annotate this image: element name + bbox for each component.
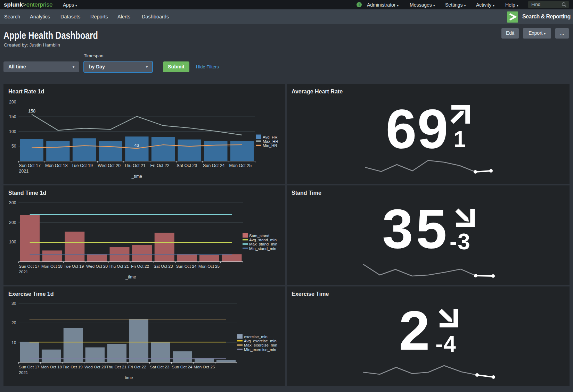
svg-text:100: 100 [9,129,16,134]
svg-text:Tue Oct 19: Tue Oct 19 [72,163,93,168]
svg-text:Wed Oct 20: Wed Oct 20 [84,365,106,369]
svg-text:_time: _time [131,174,142,179]
svg-text:2021: 2021 [19,269,28,274]
svg-text:Fri Oct 22: Fri Oct 22 [128,365,146,369]
svg-text:Sun Oct 24: Sun Oct 24 [172,365,192,369]
svg-text:Sat Oct 23: Sat Oct 23 [150,365,170,369]
svg-text:2021: 2021 [19,169,28,174]
svg-text:Sun Oct 17: Sun Oct 17 [19,264,39,269]
svg-text:43: 43 [134,143,139,148]
svg-text:Tue Oct 19: Tue Oct 19 [64,264,84,269]
svg-text:Min_stand_min: Min_stand_min [249,247,276,251]
svg-text:Fri Oct 22: Fri Oct 22 [150,163,170,168]
svg-text:300: 300 [9,200,16,205]
svg-text:Thu Oct 21: Thu Oct 21 [124,163,146,168]
svg-text:_time: _time [125,275,136,280]
svg-text:150: 150 [9,114,16,119]
svg-text:Tue Oct 19: Tue Oct 19 [63,365,83,369]
svg-text:158: 158 [28,109,35,114]
svg-text:Min_HR: Min_HR [263,143,277,148]
svg-text:Sum_stand: Sum_stand [249,234,269,238]
svg-text:Sun Oct 17: Sun Oct 17 [19,365,39,369]
svg-text:Thu Oct 21: Thu Oct 21 [109,264,129,269]
svg-text:200: 200 [9,220,16,225]
svg-text:Sat Oct 23: Sat Oct 23 [177,163,197,168]
svg-text:Wed Oct 20: Wed Oct 20 [86,264,108,269]
svg-text:Max_stand_min: Max_stand_min [249,242,277,246]
svg-text:Mon Oct 18: Mon Oct 18 [45,163,68,168]
svg-text:Mon Oct 25: Mon Oct 25 [229,163,252,168]
svg-text:Min_exercise_min: Min_exercise_min [244,348,276,352]
svg-text:10: 10 [11,340,16,345]
svg-text:Sat Oct 23: Sat Oct 23 [154,264,173,269]
svg-text:Mon Oct 25: Mon Oct 25 [194,365,215,369]
svg-text:20: 20 [11,320,16,325]
svg-text:2021: 2021 [19,370,28,375]
svg-text:Fri Oct 22: Fri Oct 22 [131,264,149,269]
svg-text:200: 200 [9,100,16,105]
svg-text:Avg_exercise_min: Avg_exercise_min [244,339,277,343]
svg-text:30: 30 [11,301,16,306]
svg-text:Avg_HR: Avg_HR [263,135,278,139]
svg-text:Max_HR: Max_HR [263,139,278,143]
svg-text:Sun Oct 17: Sun Oct 17 [19,163,41,168]
svg-text:Thu Oct 21: Thu Oct 21 [106,365,126,369]
svg-text:Sun Oct 24: Sun Oct 24 [203,163,225,168]
svg-text:Sun Oct 24: Sun Oct 24 [176,264,197,269]
svg-text:Wed Oct 20: Wed Oct 20 [98,163,121,168]
svg-text:Mon Oct 25: Mon Oct 25 [198,264,220,269]
svg-text:_time: _time [122,375,133,380]
svg-text:Max_exercise_min: Max_exercise_min [244,343,277,347]
svg-text:Avg_stand_min: Avg_stand_min [249,238,277,242]
svg-text:Mon Oct 18: Mon Oct 18 [41,264,63,269]
svg-text:exercise_min: exercise_min [244,335,268,339]
svg-text:Mon Oct 18: Mon Oct 18 [41,365,62,369]
svg-text:100: 100 [9,240,16,244]
svg-text:50: 50 [11,144,16,149]
